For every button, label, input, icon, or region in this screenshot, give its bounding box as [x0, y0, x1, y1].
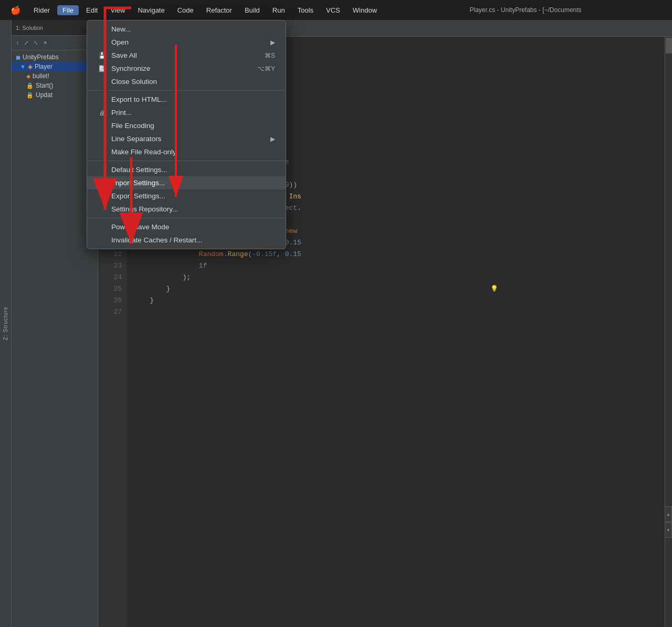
menu-item-readonly[interactable]: Make File Read-only — [87, 145, 286, 158]
menu-print-label: Print... — [111, 109, 132, 116]
menu-item-print[interactable]: 🖨Print... — [87, 106, 286, 119]
menu-linesep-label: Line Separators — [111, 135, 161, 143]
sync-icon: 🔄 — [98, 65, 107, 72]
start-label: Start() — [36, 82, 53, 89]
separator-3 — [87, 218, 286, 218]
menu-item-linesep[interactable]: Line Separators ▶ — [87, 132, 286, 145]
solution-panel: 1: Solution ↕ ⤢ ⤡ ✕ ◼ UnityPrefabs ▼ ◈ P… — [12, 20, 98, 627]
scroll-thumb[interactable] — [666, 38, 672, 54]
menu-invalidate-label: Invalidate Caches / Restart... — [111, 236, 202, 244]
menubar-view[interactable]: View — [105, 5, 130, 15]
menu-exporthtml-label: Export to HTML... — [111, 95, 167, 103]
bullet-label: bullet! — [33, 72, 49, 80]
menu-closesol-label: Close Solution — [111, 78, 157, 86]
menubar-window[interactable]: Window — [348, 5, 382, 15]
open-arrow-icon: ▶ — [270, 39, 275, 46]
menubar-run[interactable]: Run — [267, 5, 290, 15]
menu-importsettings-label: Import Settings... — [111, 179, 165, 187]
structure-sidebar: Z: Structure — [0, 20, 12, 627]
menu-saveall-shortcut: ⌘S — [265, 52, 275, 59]
menubar-refactor[interactable]: Refactor — [201, 5, 237, 15]
apple-menu-icon[interactable]: 🍎 — [5, 5, 26, 15]
expand-button[interactable]: ⤡ — [32, 39, 39, 47]
scroll-arrow-up[interactable]: ▲ — [665, 506, 672, 522]
scrollbar[interactable]: ▲ ▼ — [665, 37, 672, 627]
project-icon: ◼ — [16, 54, 20, 61]
scroll-arrow-down[interactable]: ▼ — [665, 522, 672, 538]
separator-1 — [87, 90, 286, 91]
menu-item-defaultsettings[interactable]: Default Settings... — [87, 163, 286, 176]
tree-item-player[interactable]: ▼ ◈ Player — [12, 62, 98, 71]
bullet-icon: ◈ — [26, 73, 30, 80]
menu-sync-label: Synchronize — [111, 65, 150, 72]
code-line-23: 1f — [133, 260, 658, 272]
menubar-edit[interactable]: Edit — [81, 5, 103, 15]
project-name: UnityPrefabs — [23, 54, 59, 61]
solution-header: 1: Solution — [12, 20, 98, 36]
menubar-build[interactable]: Build — [239, 5, 265, 15]
menu-settingsrepo-label: Settings Repository... — [111, 205, 178, 213]
menu-exportsettings-label: Export Settings... — [111, 192, 165, 200]
lock2-icon: 🔒 — [26, 92, 34, 99]
lightbulb-icon[interactable]: 💡 — [490, 283, 498, 295]
folder-icon: ▼ — [20, 63, 26, 70]
menubar-rider[interactable]: Rider — [28, 5, 55, 15]
menu-item-sync[interactable]: 🔄Synchronize ⌥⌘Y — [87, 62, 286, 75]
menu-defaultsettings-label: Default Settings... — [111, 166, 167, 174]
code-line-25: } 💡 — [133, 283, 658, 295]
code-line-26: } — [133, 295, 658, 306]
close-panel-button[interactable]: ✕ — [41, 39, 49, 47]
separator-2 — [87, 161, 286, 161]
menu-item-importsettings[interactable]: Import Settings... — [87, 176, 286, 189]
menu-readonly-label: Make File Read-only — [111, 148, 176, 156]
saveall-icon: 💾 — [98, 52, 107, 59]
lock-icon: 🔒 — [26, 82, 34, 89]
player-label: Player — [35, 63, 52, 70]
menu-item-invalidate[interactable]: Invalidate Caches / Restart... — [87, 233, 286, 247]
menu-item-new[interactable]: New... — [87, 23, 286, 36]
structure-label: Z: Structure — [3, 306, 8, 340]
menubar-vcs[interactable]: VCS — [321, 5, 345, 15]
menu-item-exporthtml[interactable]: Export to HTML... — [87, 93, 286, 106]
menu-saveall-label: Save All — [111, 51, 137, 59]
solution-header-label: 1: Solution — [16, 25, 43, 31]
menu-new-label: New... — [111, 25, 131, 33]
sort-button[interactable]: ↕ — [15, 39, 20, 47]
code-line-22: Random.Range(-0.15f, 0.15 — [133, 249, 658, 260]
tree-item-start[interactable]: 🔒 Start() — [12, 81, 98, 90]
window-title: Player.cs - UnityPrefabs - [~/Documents — [384, 6, 667, 14]
update-label: Updat — [36, 91, 52, 99]
menu-powersave-label: Power Save Mode — [111, 223, 169, 231]
solution-tree: ◼ UnityPrefabs ▼ ◈ Player ◈ bullet! 🔒 St… — [12, 50, 98, 627]
linesep-arrow-icon: ▶ — [270, 135, 275, 143]
menu-encoding-label: File Encoding — [111, 122, 154, 130]
solution-toolbar: ↕ ⤢ ⤡ ✕ — [12, 36, 98, 50]
menubar-navigate[interactable]: Navigate — [132, 5, 170, 15]
file-menu-dropdown: New... Open ▶ 💾Save All ⌘S 🔄Synchronize … — [87, 20, 286, 249]
menu-item-powersave[interactable]: Power Save Mode — [87, 220, 286, 233]
tree-item-update[interactable]: 🔒 Updat — [12, 90, 98, 100]
menu-item-exportsettings[interactable]: Export Settings... — [87, 189, 286, 203]
code-line-24: ); — [133, 272, 658, 283]
menubar-code[interactable]: Code — [172, 5, 199, 15]
menu-item-open[interactable]: Open ▶ — [87, 36, 286, 49]
player-icon: ◈ — [28, 63, 33, 70]
menubar-tools[interactable]: Tools — [292, 5, 319, 15]
menubar: 🍎 Rider File Edit View Navigate Code Ref… — [0, 0, 672, 20]
menu-item-closesolution[interactable]: Close Solution — [87, 75, 286, 88]
tree-item-bullet[interactable]: ◈ bullet! — [12, 71, 98, 81]
menu-sync-shortcut: ⌥⌘Y — [257, 65, 275, 72]
menu-open-label: Open — [111, 38, 129, 46]
tree-item-unityprefabs[interactable]: ◼ UnityPrefabs — [12, 52, 98, 62]
menu-item-saveall[interactable]: 💾Save All ⌘S — [87, 49, 286, 62]
menu-item-settingsrepo[interactable]: Settings Repository... — [87, 203, 286, 216]
menu-item-fileencoding[interactable]: File Encoding — [87, 119, 286, 132]
print-icon: 🖨 — [98, 109, 107, 116]
collapse-button[interactable]: ⤢ — [23, 39, 30, 47]
menubar-file[interactable]: File — [57, 5, 79, 15]
